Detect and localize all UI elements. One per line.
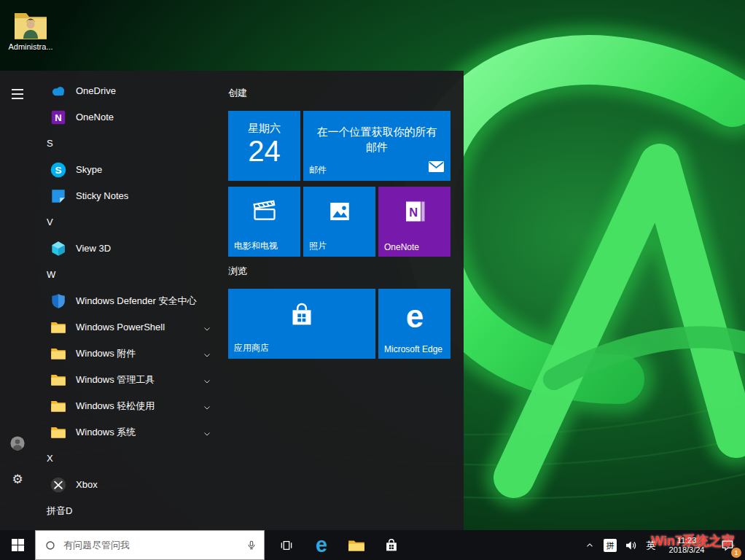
app-item-label: Skype	[76, 157, 102, 183]
tile-weekday: 星期六	[228, 122, 300, 136]
start-button[interactable]	[0, 530, 35, 560]
microphone-icon[interactable]	[246, 538, 257, 552]
xbox-icon	[48, 475, 69, 495]
tile-area: 创建星期六24在一个位置获取你的所有邮件邮件电影和电视照片NOneNote浏览应…	[228, 71, 456, 530]
start-app-item[interactable]: Sticky Notes	[35, 183, 227, 209]
taskbar-search[interactable]: 有问题尽管问我	[35, 530, 265, 560]
start-app-item[interactable]: Windows 管理工具	[35, 367, 227, 393]
tile-onenote[interactable]: NOneNote	[378, 187, 450, 257]
tile-edge[interactable]: eMicrosoft Edge	[378, 289, 450, 359]
view-3d-icon	[48, 238, 69, 259]
settings-button[interactable]: ⚙	[0, 462, 35, 497]
section-letter: S	[47, 131, 53, 157]
app-item-label: Windows 管理工具	[76, 367, 155, 393]
chevron-down-icon[interactable]	[203, 402, 211, 415]
tile-group-header[interactable]: 浏览	[228, 265, 247, 278]
svg-text:S: S	[55, 165, 61, 176]
section-letter: 拼音D	[47, 498, 72, 524]
task-view-icon	[279, 538, 294, 553]
start-app-item[interactable]: View 3D	[35, 236, 227, 262]
action-center-button[interactable]: 1	[713, 530, 742, 560]
edge-taskbar-button[interactable]: e	[304, 530, 339, 560]
section-letter: V	[47, 209, 53, 236]
movies-icon	[228, 198, 300, 225]
taskbar: Win7系统之家 有问题尽管问我	[0, 530, 745, 560]
edge-icon: e	[311, 534, 332, 556]
hamburger-menu-button[interactable]	[0, 77, 35, 112]
sticky-notes-icon	[48, 186, 69, 206]
section-letter: W	[47, 262, 55, 288]
ime-icon: 拼	[604, 539, 617, 552]
tile-calendar[interactable]: 星期六24	[228, 111, 300, 181]
folder-icon	[48, 317, 69, 338]
folder-icon	[48, 343, 69, 364]
language-indicator[interactable]: 英	[641, 530, 660, 560]
app-item-label: Windows Defender 安全中心	[76, 288, 196, 314]
onedrive-icon	[48, 81, 69, 101]
tile-mail[interactable]: 在一个位置获取你的所有邮件邮件	[303, 111, 450, 181]
start-app-item[interactable]: Windows PowerShell	[35, 314, 227, 341]
app-section-header[interactable]: V	[35, 209, 227, 236]
start-icon	[12, 539, 24, 551]
app-item-label: Windows PowerShell	[76, 314, 165, 341]
file-explorer-icon	[347, 536, 366, 555]
store-taskbar-button[interactable]	[374, 530, 409, 560]
mail-icon	[429, 161, 444, 175]
tile-group-header[interactable]: 创建	[228, 87, 247, 100]
clock[interactable]: 11:23 2018/3/24	[663, 530, 710, 560]
app-section-header[interactable]: W	[35, 262, 227, 288]
tile-label: 电影和电视	[234, 240, 278, 252]
chevron-down-icon[interactable]	[203, 349, 211, 362]
folder-icon	[48, 396, 69, 416]
store-icon	[228, 300, 375, 330]
app-section-header[interactable]: S	[35, 131, 227, 157]
start-app-item[interactable]: Xbox	[35, 472, 227, 498]
notification-badge: 1	[731, 548, 741, 558]
start-app-item[interactable]: Windows Defender 安全中心	[35, 288, 227, 314]
app-section-header[interactable]: 拼音D	[35, 498, 227, 524]
app-item-label: OneDrive	[76, 78, 116, 104]
onenote-icon: N	[48, 107, 69, 128]
task-view-button[interactable]	[269, 530, 304, 560]
chevron-down-icon[interactable]	[203, 428, 211, 441]
defender-icon	[48, 291, 69, 311]
start-app-item[interactable]: NOneNote	[35, 104, 227, 131]
start-app-item[interactable]: OneDrive	[35, 78, 227, 104]
app-list: OneDriveNOneNoteSSSkypeSticky NotesVView…	[35, 78, 227, 524]
app-section-header[interactable]: X	[35, 446, 227, 472]
app-item-label: Windows 附件	[76, 341, 136, 367]
volume-button[interactable]	[621, 530, 640, 560]
desktop-icon-label: Administra...	[6, 42, 55, 51]
screen: Administra... ⚙ OneDriveNOneNoteSSSkypeS…	[0, 0, 745, 560]
tile-message: 在一个位置获取你的所有邮件	[303, 124, 450, 155]
onenote-tile-icon: N	[378, 198, 450, 225]
tile-photos[interactable]: 照片	[303, 187, 375, 257]
tile-store[interactable]: 应用商店	[228, 289, 375, 359]
start-app-item[interactable]: SSkype	[35, 157, 227, 183]
start-app-item[interactable]: Windows 轻松使用	[35, 393, 227, 419]
folder-icon	[48, 422, 69, 443]
start-app-item[interactable]: Windows 系统	[35, 419, 227, 446]
start-app-item[interactable]: Windows 附件	[35, 341, 227, 367]
user-account-button[interactable]	[0, 426, 35, 461]
app-item-label: Sticky Notes	[76, 183, 128, 209]
skype-icon: S	[48, 160, 69, 180]
ime-indicator[interactable]: 拼	[601, 530, 620, 560]
svg-text:e: e	[316, 534, 327, 556]
chevron-down-icon[interactable]	[203, 376, 211, 389]
app-item-label: View 3D	[76, 236, 111, 262]
tray-expand-button[interactable]	[580, 530, 599, 560]
app-item-label: Windows 轻松使用	[76, 393, 155, 419]
tile-label: Microsoft Edge	[384, 344, 442, 354]
gear-icon: ⚙	[12, 472, 23, 487]
tile-movies-tv[interactable]: 电影和电视	[228, 187, 300, 257]
language-label: 英	[647, 539, 656, 552]
tile-label: 照片	[309, 240, 327, 252]
chevron-down-icon[interactable]	[203, 323, 211, 336]
clock-date: 2018/3/24	[669, 545, 705, 555]
svg-text:N: N	[55, 112, 61, 123]
file-explorer-button[interactable]	[339, 530, 374, 560]
svg-text:e: e	[405, 300, 424, 334]
start-menu: ⚙ OneDriveNOneNoteSSSkypeSticky NotesVVi…	[0, 71, 464, 530]
desktop-icon-administrator[interactable]: Administra...	[6, 9, 55, 51]
